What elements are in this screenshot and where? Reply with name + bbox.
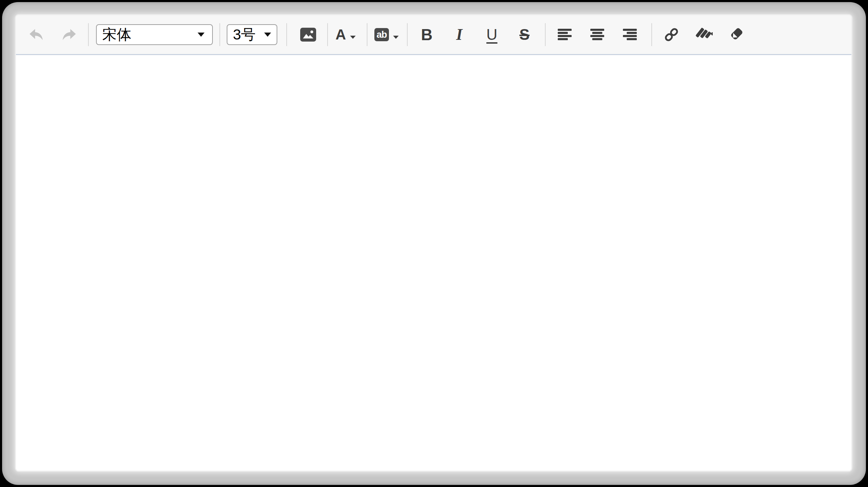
align-left-button[interactable] — [548, 18, 581, 51]
undo-button[interactable] — [20, 18, 53, 51]
font-color-icon: A — [336, 27, 356, 42]
font-color-label: A — [336, 27, 346, 42]
highlight-label: ab — [376, 30, 387, 39]
align-right-button[interactable] — [614, 18, 646, 51]
eraser-icon — [728, 26, 745, 43]
select-caret-icon — [264, 33, 271, 37]
highlight-chip: ab — [374, 28, 389, 41]
image-icon — [300, 28, 316, 42]
insert-image-button[interactable] — [292, 18, 324, 51]
eraser-button[interactable] — [720, 18, 753, 51]
redo-icon — [61, 27, 77, 43]
redo-button[interactable] — [53, 18, 85, 51]
highlight-icon: ab — [374, 28, 399, 41]
editor-toolbar: 宋体 3号 A — [16, 15, 851, 55]
italic-label: I — [456, 27, 462, 43]
font-color-button[interactable]: A — [329, 18, 362, 51]
italic-button[interactable]: I — [443, 18, 476, 51]
toolbar-separator — [286, 23, 287, 46]
strikethrough-button[interactable]: S — [508, 18, 541, 51]
bold-button[interactable]: B — [410, 18, 443, 51]
select-caret-icon — [198, 33, 205, 37]
toolbar-separator — [327, 23, 328, 46]
toolbar-separator — [367, 23, 367, 46]
align-left-icon — [557, 28, 572, 41]
format-brush-button[interactable] — [688, 18, 720, 51]
insert-link-button[interactable] — [655, 18, 688, 51]
caret-down-icon — [393, 36, 399, 39]
toolbar-separator — [219, 23, 220, 46]
toolbar-separator — [407, 23, 408, 46]
font-size-select[interactable]: 3号 — [227, 24, 277, 45]
align-right-icon — [622, 28, 637, 41]
underline-label: U — [486, 27, 497, 42]
underline-button[interactable]: U — [476, 18, 508, 51]
font-size-value: 3号 — [227, 25, 255, 44]
caret-down-icon — [350, 36, 356, 39]
highlight-color-button[interactable]: ab — [370, 18, 403, 51]
bold-label: B — [421, 27, 432, 43]
format-brush-icon — [695, 26, 713, 43]
strikethrough-label: S — [519, 27, 529, 42]
toolbar-separator — [88, 23, 89, 46]
link-icon — [663, 26, 680, 43]
font-family-value: 宋体 — [97, 25, 131, 44]
undo-icon — [28, 27, 44, 43]
toolbar-separator — [545, 23, 546, 46]
font-family-select[interactable]: 宋体 — [96, 24, 213, 45]
align-center-icon — [590, 28, 605, 41]
toolbar-separator — [651, 23, 652, 46]
rich-text-editor: 宋体 3号 A — [16, 15, 851, 471]
editor-content[interactable] — [16, 55, 851, 471]
window-frame: 宋体 3号 A — [2, 2, 866, 485]
align-center-button[interactable] — [581, 18, 614, 51]
